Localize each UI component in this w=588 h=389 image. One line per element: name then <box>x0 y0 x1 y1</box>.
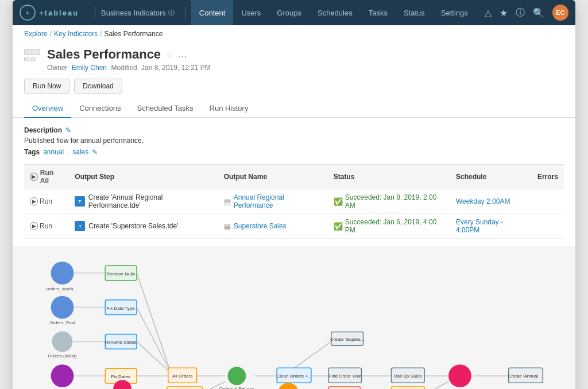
output-link-1[interactable]: Annual Regional Performance <box>234 193 322 209</box>
search-icon[interactable]: 🔍 <box>533 7 544 18</box>
col-output-step: Output Step <box>69 165 218 189</box>
owner-link[interactable]: Emily Chen <box>72 64 107 72</box>
svg-text:Rename States: Rename States <box>105 340 137 345</box>
nav-link-tasks[interactable]: Tasks <box>361 0 396 25</box>
svg-line-6 <box>137 273 171 373</box>
description-edit-icon[interactable]: ✎ <box>65 126 71 134</box>
row1-run-cell: ▶ Run <box>24 189 69 214</box>
play-circle-icon: ▶ <box>30 173 38 181</box>
star-icon[interactable]: ☆ <box>165 49 173 60</box>
action-buttons: Run Now Download <box>13 77 575 99</box>
col-errors: Errors <box>532 165 564 189</box>
datasource-icon-1: ▤ <box>224 197 231 206</box>
row2-status: ✅ Succeeded: Jan 6, 2019, 4:00 PM <box>328 214 450 239</box>
node-clean-notes[interactable] <box>167 387 203 389</box>
more-actions-icon[interactable]: … <box>178 49 187 60</box>
run-button-2[interactable]: ▶ Run <box>30 222 63 230</box>
row1-schedule: Weekday 2:00AM <box>450 189 532 214</box>
user-avatar[interactable]: EC <box>552 5 568 21</box>
breadcrumb-explore[interactable]: Explore <box>24 30 48 38</box>
tab-connections[interactable]: Connections <box>71 99 129 118</box>
page-title-row: Sales Performance ☆ … <box>47 47 564 62</box>
tags-row: Tags annual , sales ✎ <box>24 148 564 156</box>
svg-line-19 <box>423 382 448 389</box>
tags-label: Tags <box>24 148 40 156</box>
tag-annual[interactable]: annual <box>43 148 64 156</box>
node-orders-south[interactable] <box>51 262 74 285</box>
tag-sales[interactable]: sales <box>72 148 88 156</box>
node-orders-west[interactable] <box>52 331 73 352</box>
tab-scheduled-tasks[interactable]: Scheduled Tasks <box>129 99 201 118</box>
svg-text:Roll Up Sales: Roll Up Sales <box>394 374 421 379</box>
node-orders-central[interactable] <box>51 364 74 387</box>
svg-line-7 <box>137 308 171 374</box>
page-title-area: Sales Performance ☆ … Owner Emily Chen M… <box>47 47 564 72</box>
logo: + +tableau <box>20 5 79 21</box>
page-title: Sales Performance <box>47 47 161 62</box>
breadcrumb-current: Sales Performance <box>104 30 163 38</box>
nav-link-settings[interactable]: Settings <box>433 0 476 25</box>
svg-text:All Orders: All Orders <box>172 374 192 379</box>
svg-text:Remove Nulls: Remove Nulls <box>106 271 135 277</box>
download-button[interactable]: Download <box>74 79 122 94</box>
run-button-1[interactable]: ▶ Run <box>30 197 63 205</box>
svg-text:Fix Data Type: Fix Data Type <box>107 306 136 311</box>
nav-link-content[interactable]: Content <box>191 0 234 25</box>
col-run-all: ▶ Run All <box>24 165 69 189</box>
node-quota-orders[interactable] <box>448 364 471 387</box>
row1-errors <box>532 189 564 214</box>
tabs: Overview Connections Scheduled Tasks Run… <box>13 99 575 118</box>
svg-line-14 <box>291 341 331 370</box>
tab-overview[interactable]: Overview <box>24 99 71 118</box>
description-text: Published flow for annual performance. <box>24 137 564 145</box>
node-quota[interactable] <box>278 383 299 389</box>
nav-divider-2 <box>185 7 185 18</box>
run-all-button[interactable]: ▶ Run All <box>30 169 63 185</box>
run-now-button[interactable]: Run Now <box>24 79 69 94</box>
row2-errors <box>532 214 564 239</box>
tde-icon-1: T <box>75 196 84 207</box>
row1-step-cell: T Create 'Annual Regional Performance.td… <box>69 189 218 214</box>
svg-text:Fix Dates: Fix Dates <box>111 374 130 379</box>
tags-edit-icon[interactable]: ✎ <box>92 148 98 156</box>
schedule-link-1[interactable]: Weekday 2:00AM <box>456 197 510 205</box>
favorite-icon[interactable]: ★ <box>500 7 508 18</box>
row2-run-cell: ▶ Run <box>24 214 69 239</box>
svg-text:Orders_East: Orders_East <box>49 321 76 326</box>
row1-output-name: ▤ Annual Regional Performance <box>218 189 328 214</box>
tab-run-history[interactable]: Run History <box>202 99 257 118</box>
nav-link-groups[interactable]: Groups <box>269 0 310 25</box>
node-fix-data-type-2[interactable] <box>391 387 424 389</box>
output-table: ▶ Run All Output Step Output Name Status… <box>24 164 564 239</box>
row2-step-cell: T Create 'Superstore Sales.tde' <box>69 214 218 239</box>
play-icon-2: ▶ <box>30 222 38 230</box>
description-row: Description ✎ <box>24 126 564 134</box>
biz-indicator[interactable]: Business Indicators ⓘ <box>101 9 175 17</box>
svg-text:Clean Orders +...: Clean Orders +... <box>277 374 312 379</box>
alert-icon[interactable]: △ <box>485 7 492 18</box>
nav-link-schedules[interactable]: Schedules <box>310 0 361 25</box>
nav-link-users[interactable]: Users <box>233 0 269 25</box>
svg-text:Orders + Returns: Orders + Returns <box>219 386 254 389</box>
schedule-link-2[interactable]: Every Sunday - 4:00PM <box>456 218 503 234</box>
nav-right: △ ★ ⓘ 🔍 EC <box>485 5 568 21</box>
help-icon[interactable]: ⓘ <box>516 7 525 19</box>
svg-text:orders_south,...: orders_south,... <box>47 286 78 291</box>
output-link-2[interactable]: Superstore Sales <box>234 222 287 230</box>
nav-link-status[interactable]: Status <box>396 0 433 25</box>
overview-content: Description ✎ Published flow for annual … <box>13 118 575 247</box>
flow-type-icon <box>24 49 40 61</box>
flow-diagram: orders_south,... Remove Nulls Orders_Eas… <box>13 247 575 389</box>
breadcrumb: Explore / Key Indicators / Sales Perform… <box>13 25 575 42</box>
col-output-name: Output Name <box>218 165 328 189</box>
node-orders-returns[interactable] <box>227 367 246 385</box>
svg-text:Find Order Year: Find Order Year <box>329 374 362 379</box>
node-pivot-quotas[interactable] <box>328 387 361 389</box>
breadcrumb-key-indicators[interactable]: Key Indicators <box>54 30 98 38</box>
status-check-icon-2: ✅ <box>334 222 343 231</box>
table-header-row: ▶ Run All Output Step Output Name Status… <box>24 165 564 189</box>
node-orders-east[interactable] <box>51 296 74 319</box>
page-meta: Owner Emily Chen Modified Jan 8, 2019, 1… <box>47 64 564 72</box>
svg-text:+: + <box>26 10 30 16</box>
nav-links: Content Users Groups Schedules Tasks Sta… <box>191 0 485 25</box>
